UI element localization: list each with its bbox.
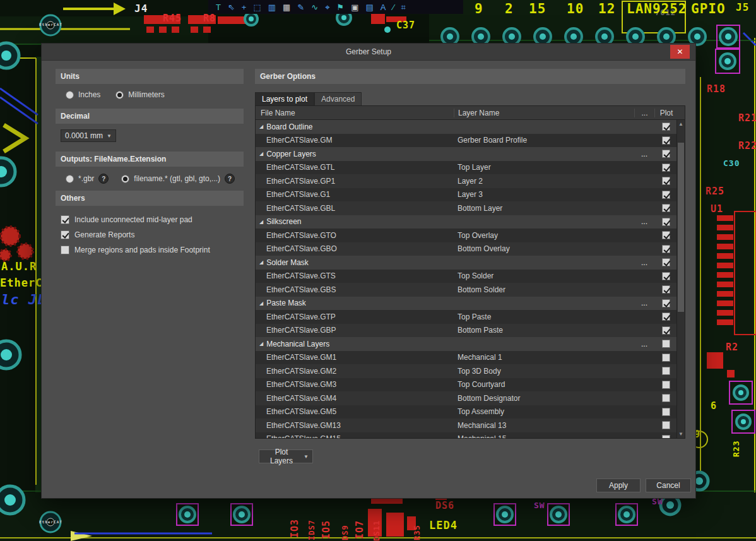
layer-row[interactable]: EtherCATSlave.GTPTop Paste: [256, 310, 676, 324]
help-icon[interactable]: ?: [225, 174, 235, 184]
layer-row[interactable]: EtherCATSlave.GM13Mechanical 13: [256, 419, 676, 432]
plot-checkbox[interactable]: [662, 177, 670, 185]
tab-layers-to-plot[interactable]: Layers to plot: [255, 92, 314, 105]
plot-checkbox[interactable]: [662, 122, 670, 131]
merge-regions-checkbox[interactable]: [61, 246, 69, 254]
plot-checkbox[interactable]: [662, 285, 670, 294]
layer-row[interactable]: EtherCATSlave.GBSBottom Solder: [256, 283, 676, 297]
dialog-titlebar[interactable]: Gerber Setup ✕: [42, 44, 695, 61]
plot-checkbox[interactable]: [662, 258, 670, 266]
layer-group-row[interactable]: ◢Mechanical Layers...: [256, 337, 676, 351]
text-tool-icon[interactable]: T: [216, 3, 221, 11]
millimeters-option[interactable]: Millimeters: [115, 90, 164, 99]
collapse-icon[interactable]: ◢: [259, 341, 263, 347]
close-button[interactable]: ✕: [670, 45, 690, 59]
decimal-dropdown[interactable]: 0.0001 mm ▼: [61, 129, 116, 142]
filename-radio[interactable]: [121, 175, 129, 183]
plot-checkbox[interactable]: [662, 245, 670, 253]
merge-regions-option[interactable]: Merge regions and pads inside Footprint: [61, 246, 210, 254]
collapse-icon[interactable]: ◢: [259, 151, 263, 157]
inches-option[interactable]: Inches: [66, 90, 100, 99]
bar-chart-icon[interactable]: ▥: [268, 3, 276, 11]
layer-group-row[interactable]: ◢Solder Mask...: [256, 256, 676, 270]
route-icon[interactable]: ✎: [297, 3, 304, 11]
column-options[interactable]: ...: [634, 109, 654, 117]
layer-row[interactable]: EtherCATSlave.GTSTop Solder: [256, 270, 676, 283]
plot-checkbox[interactable]: [662, 354, 670, 362]
wave-icon[interactable]: ∿: [311, 3, 318, 11]
layer-row[interactable]: EtherCATSlave.GBOBottom Overlay: [256, 242, 676, 256]
plot-checkbox[interactable]: [662, 204, 670, 212]
mid-layer-pad-checkbox[interactable]: [61, 215, 69, 224]
plot-checkbox[interactable]: [662, 326, 670, 335]
layer-row[interactable]: EtherCATSlave.GM3Top Courtyard: [256, 378, 676, 392]
layer-row[interactable]: EtherCATSlave.GM5Top Assembly: [256, 405, 676, 419]
plot-checkbox[interactable]: [662, 381, 670, 389]
column-file-name[interactable]: File Name: [256, 109, 454, 117]
layer-row[interactable]: EtherCATSlave.GM4Bottom Designator: [256, 391, 676, 405]
cancel-button[interactable]: Cancel: [646, 479, 691, 492]
layer-row[interactable]: EtherCATSlave.GM1Mechanical 1: [256, 351, 676, 365]
table-scrollbar[interactable]: ▲ ▼: [676, 120, 685, 438]
plot-checkbox[interactable]: [662, 191, 670, 199]
column-layer-name[interactable]: Layer Name: [454, 109, 634, 117]
scroll-down-icon[interactable]: ▼: [677, 430, 685, 438]
inches-radio[interactable]: [66, 91, 74, 99]
help-icon[interactable]: ?: [98, 174, 109, 184]
layer-group-row[interactable]: ◢Board Outline: [256, 120, 676, 134]
layer-group-row[interactable]: ◢Paste Mask...: [256, 297, 676, 311]
flag-icon[interactable]: ⚑: [336, 3, 344, 11]
pad-icon[interactable]: ▣: [351, 3, 358, 11]
options-cell[interactable]: ...: [634, 297, 654, 311]
options-cell[interactable]: ...: [634, 337, 654, 351]
mid-layer-pad-option[interactable]: Include unconnected mid-layer pad: [61, 215, 210, 224]
collapse-icon[interactable]: ◢: [259, 124, 263, 129]
layer-row[interactable]: EtherCATSlave.GM15Mechanical 15: [256, 432, 676, 439]
plot-layers-button[interactable]: Plot Layers ▼: [259, 449, 313, 463]
layer-row[interactable]: EtherCATSlave.GM2Top 3D Body: [256, 364, 676, 378]
grid-fill-icon[interactable]: ▦: [283, 3, 290, 11]
add-icon[interactable]: +: [242, 3, 247, 11]
millimeters-radio[interactable]: [115, 91, 124, 99]
plot-checkbox[interactable]: [662, 408, 670, 416]
layer-group-row[interactable]: ◢Copper Layers...: [256, 147, 676, 161]
plot-checkbox[interactable]: [662, 150, 670, 158]
apply-button[interactable]: Apply: [596, 479, 641, 492]
scrollbar-thumb[interactable]: [678, 143, 684, 312]
gbr-option[interactable]: *.gbr ?: [66, 174, 109, 184]
layer-row[interactable]: EtherCATSlave.G1Layer 3: [256, 188, 676, 202]
layer-row[interactable]: EtherCATSlave.GMGerber Board Profile: [256, 134, 676, 148]
layer-row[interactable]: EtherCATSlave.GP1Layer 2: [256, 174, 676, 188]
options-cell[interactable]: ...: [634, 256, 654, 270]
layers-icon[interactable]: ▤: [365, 3, 373, 11]
layer-group-row[interactable]: ◢Silkscreen...: [256, 215, 676, 229]
font-icon[interactable]: A: [381, 3, 386, 11]
layer-row[interactable]: EtherCATSlave.GTLTop Layer: [256, 161, 676, 175]
gbr-radio[interactable]: [66, 175, 74, 183]
layer-row[interactable]: EtherCATSlave.GBLBottom Layer: [256, 201, 676, 215]
column-plot[interactable]: Plot: [654, 109, 678, 117]
generate-reports-option[interactable]: Generate Reports: [61, 230, 210, 239]
options-cell[interactable]: ...: [634, 215, 654, 229]
plot-checkbox[interactable]: [662, 231, 670, 239]
plot-checkbox[interactable]: [662, 218, 670, 226]
collapse-icon[interactable]: ◢: [259, 219, 263, 225]
plot-checkbox[interactable]: [662, 272, 670, 280]
layer-row[interactable]: EtherCATSlave.GBPBottom Paste: [256, 324, 676, 338]
collapse-icon[interactable]: ◢: [259, 300, 263, 306]
mesh-icon[interactable]: ⌗: [401, 3, 406, 11]
line-icon[interactable]: ∕: [393, 3, 394, 11]
filename-option[interactable]: filename.* (gtl, gbl, gto,...) ?: [121, 174, 235, 184]
layer-row[interactable]: EtherCATSlave.GTOTop Overlay: [256, 229, 676, 242]
collapse-icon[interactable]: ◢: [259, 259, 263, 265]
selection-box-icon[interactable]: ⬚: [253, 3, 261, 11]
cursor-tool-icon[interactable]: ⇖: [228, 3, 235, 11]
target-icon[interactable]: ⌖: [325, 3, 329, 11]
plot-checkbox[interactable]: [662, 136, 670, 145]
plot-checkbox[interactable]: [662, 421, 670, 429]
generate-reports-checkbox[interactable]: [61, 230, 69, 239]
scroll-up-icon[interactable]: ▲: [677, 120, 685, 128]
plot-checkbox[interactable]: [662, 435, 670, 438]
plot-checkbox[interactable]: [662, 312, 670, 321]
tab-advanced[interactable]: Advanced: [314, 92, 362, 105]
